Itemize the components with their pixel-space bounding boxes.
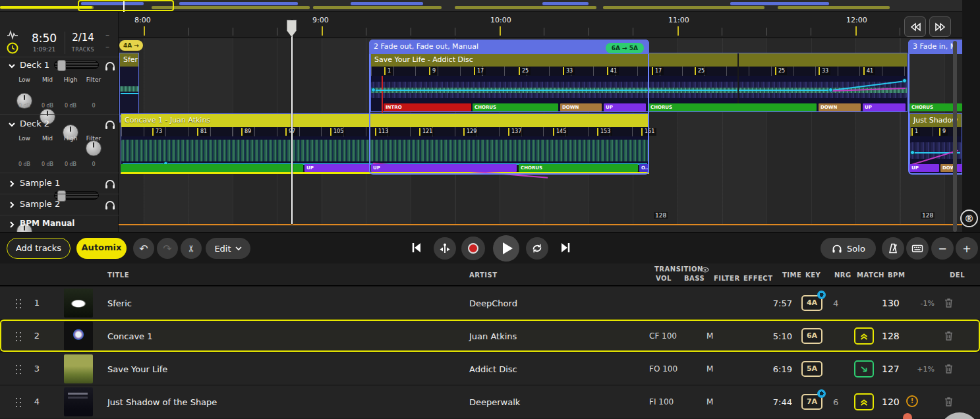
match-indicator[interactable] [854,360,874,377]
undo-button[interactable]: ↶ [133,238,154,259]
col-key[interactable]: KEY [805,271,821,279]
match-indicator[interactable] [854,327,874,345]
vertical-scrollbar[interactable] [953,41,957,232]
metronome-button[interactable] [882,237,904,260]
loop-button[interactable] [526,237,548,260]
transition-vol[interactable]: FO 100 [649,364,677,374]
knob-value: 0 dB [61,161,80,167]
chevron-down-icon[interactable] [8,122,16,127]
delete-track-button[interactable] [944,396,954,410]
match-indicator[interactable] [854,393,874,410]
chevron-down-icon[interactable] [8,63,16,69]
collapse-dash[interactable]: – [105,32,109,38]
skip-to-start-button[interactable] [410,241,423,257]
transition-vol[interactable]: FI 100 [649,397,674,406]
col-bpm[interactable]: BPM [888,271,905,279]
key-notification-dot [817,291,826,299]
collapse-dash[interactable]: – [105,43,109,50]
knob-label: Mid [39,76,56,83]
deck1-label[interactable]: Deck 1 [20,60,49,70]
track-row-1[interactable]: 1 Sferic DeepChord 7:57 4A 4 130 -1% [0,286,980,319]
zoom-in-button[interactable]: + [956,237,978,260]
sferic-key-badge: 4A → [119,40,143,51]
col-bass[interactable]: BASS [684,275,705,282]
headphones-icon[interactable] [103,177,117,190]
key-badge[interactable]: 6A [801,328,822,344]
track-artist: Addict Disc [469,364,517,374]
record-button[interactable] [461,237,485,260]
col-time[interactable]: TIME [782,271,801,279]
waveform [120,80,138,97]
headphones-icon[interactable] [103,118,117,131]
redo-button[interactable]: ↷ [157,238,178,259]
deck1-filter-knob[interactable] [86,140,101,156]
col-title[interactable]: TITLE [107,271,129,279]
deck1-volume-slider[interactable] [54,61,99,69]
skip-forward-button[interactable] [929,16,951,37]
minimap-viewport[interactable] [78,0,174,11]
drag-handle-icon[interactable] [14,397,22,407]
deck2-label[interactable]: Deck 2 [20,119,49,128]
shortcuts-button[interactable] [906,237,929,260]
col-match[interactable]: MATCH [857,271,884,279]
timeline-arrangement[interactable]: 8:00 9:00 10:00 11:00 12:00 4A → Sfer [119,12,962,232]
delete-track-button[interactable] [944,297,954,311]
col-vol[interactable]: VOL [656,275,672,282]
skip-to-end-button[interactable] [559,241,572,257]
jump-to-playhead-button[interactable] [434,237,456,260]
sample1-label[interactable]: Sample 1 [20,178,60,188]
transition-filter[interactable]: M [706,397,713,406]
drag-handle-icon[interactable] [14,298,22,308]
delete-track-button[interactable] [944,330,954,344]
split-button[interactable]: ✂ [181,238,202,259]
zoom-out-button[interactable]: − [931,237,954,260]
bpm-automation-line[interactable] [119,224,962,225]
minimap-track-bar [603,6,764,9]
col-effect[interactable]: EFFECT [743,275,772,282]
transition-vol[interactable]: CF 100 [649,331,677,341]
playhead-line [291,20,293,224]
automix-button[interactable]: Automix [76,238,127,259]
skip-back-button[interactable] [904,16,926,37]
edit-menu-button[interactable]: Edit [206,238,250,259]
timeline-minimap[interactable] [0,0,962,12]
add-tracks-button[interactable]: Add tracks [7,238,71,259]
transition-block-2[interactable]: 2 Fade out, Fade out, Manual 6A → 5A [369,40,649,175]
knob-label: Low [16,135,33,142]
sample2-label[interactable]: Sample 2 [20,199,60,209]
track-row-3[interactable]: 3 Save Your Life Addict Disc FO 100 M 6:… [0,352,980,385]
clip-sferic[interactable]: Sfer UTRO [119,53,139,123]
track-row-2-selected[interactable]: 2 Concave 1 Juan Atkins CF 100 M 5:10 6A… [0,319,980,352]
track-energy: 4 [833,298,838,308]
key-badge[interactable]: 5A [801,361,822,377]
transition-filter[interactable]: M [706,331,713,341]
eye-icon[interactable] [701,266,710,273]
drag-handle-icon[interactable] [14,364,22,374]
col-artist[interactable]: ARTIST [469,271,498,279]
automation-node[interactable] [902,78,907,83]
track-row-4[interactable]: 4 Just Shadow of the Shape Deeperwalk FI… [0,385,980,418]
play-button[interactable] [493,235,519,262]
scissors-icon: ✂ [186,244,196,252]
headphones-icon[interactable] [103,59,117,72]
volume-automation-line[interactable] [121,93,138,94]
deck2-volume-slider[interactable] [54,191,99,200]
col-transition[interactable]: TRANSITION [654,265,703,273]
col-nrg[interactable]: NRG [834,271,851,279]
time-ruler[interactable]: 8:00 9:00 10:00 11:00 12:00 [119,12,962,38]
chevron-right-icon[interactable] [9,201,14,209]
drag-handle-icon[interactable] [14,331,22,341]
automation-node[interactable] [828,88,833,92]
knob-value: 0 dB [14,103,34,109]
row-number: 4 [30,397,43,406]
bpm-manual-label[interactable]: BPM Manual [20,219,74,228]
knob-label: Filter [84,135,103,142]
chevron-right-icon[interactable] [9,180,14,188]
transition-filter[interactable]: M [706,364,713,374]
headphones-icon[interactable] [103,198,117,211]
col-del[interactable]: DEL [950,271,965,279]
solo-button[interactable]: Solo [821,238,876,259]
chevron-right-icon[interactable] [9,221,14,229]
col-filter[interactable]: FILTER [714,275,740,282]
delete-track-button[interactable] [944,363,954,377]
